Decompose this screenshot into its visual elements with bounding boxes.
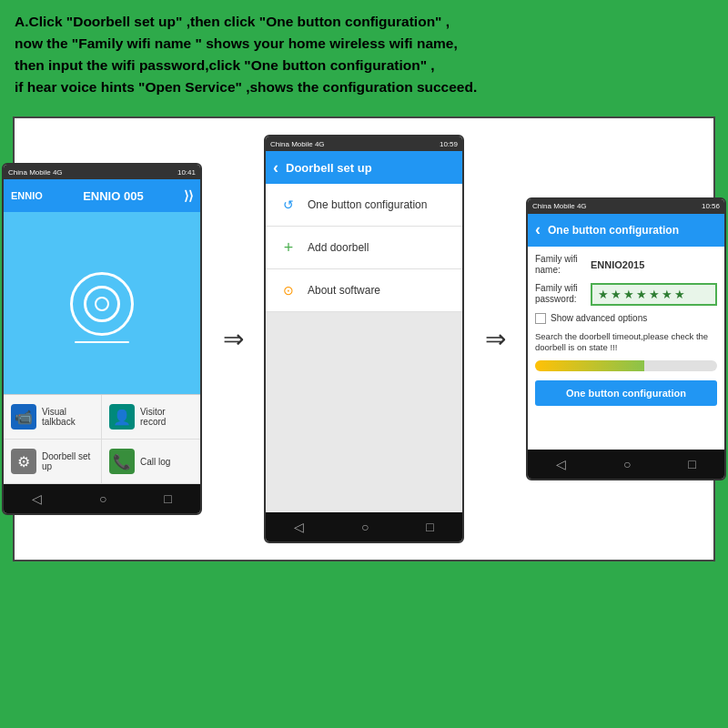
- menu-icon-visual: 📹: [11, 404, 36, 430]
- phone3-status-left: China Mobile 4G: [532, 202, 587, 210]
- menu-label-visitor: Visitor record: [140, 407, 193, 427]
- phone2-add-label: Add doorbell: [308, 241, 369, 254]
- warning-text: Search the doorbell timeout,please check…: [535, 331, 717, 354]
- phone1-status-right: 10:41: [177, 168, 196, 177]
- phone3-title: One button configuration: [548, 224, 679, 237]
- phone2-nav-bar: ◁ ○ □: [266, 512, 462, 541]
- phone2-menu-item-about[interactable]: ⊙ About software: [266, 269, 462, 312]
- phone2-about-icon: ⊙: [278, 280, 298, 300]
- phone2-about-label: About software: [308, 284, 380, 297]
- phone2-menu-item-config[interactable]: ↺ One button configuration: [266, 184, 462, 227]
- config-button-label: One button configuration: [566, 388, 686, 399]
- nav2-back-icon[interactable]: ◁: [294, 520, 304, 534]
- wifi-password-label: Family wifi password:: [535, 283, 585, 305]
- instructions-block: A.Click "Doorbell set up" ,then click "O…: [0, 0, 728, 107]
- show-advanced-label: Show advanced options: [551, 313, 647, 323]
- phone1-header: ENNIO ENNIO 005 ⟩⟩: [4, 179, 200, 212]
- menu-label-doorbell: Doorbell setup: [42, 451, 90, 471]
- menu-icon-call: 📞: [109, 449, 135, 474]
- phone1-status-bar: China Mobile 4G 10:41: [4, 165, 200, 179]
- nav-recent-icon[interactable]: □: [164, 491, 171, 506]
- nav-back-icon[interactable]: ◁: [32, 491, 42, 506]
- wifi-password-input[interactable]: ★★★★★★★: [591, 283, 717, 306]
- show-advanced-checkbox[interactable]: [535, 313, 546, 324]
- phones-container: China Mobile 4G 10:41 ENNIO ENNIO 005 ⟩⟩: [13, 116, 715, 561]
- phone1-nav-bar: ◁ ○ □: [4, 484, 200, 513]
- menu-icon-doorbell: ⚙: [11, 449, 36, 474]
- phone2-menu-item-add[interactable]: + Add doorbell: [266, 227, 462, 269]
- nav2-recent-icon[interactable]: □: [426, 520, 433, 534]
- nav2-home-icon[interactable]: ○: [361, 520, 369, 534]
- phone2-back-arrow[interactable]: ‹: [273, 158, 278, 177]
- phone2-status-left: China Mobile 4G: [270, 140, 325, 148]
- wifi-name-row: Family wifi name: ENNIO2015: [535, 254, 717, 276]
- wifi-password-row: Family wifi password: ★★★★★★★: [535, 283, 717, 306]
- camera-icon: [70, 272, 134, 336]
- nav3-recent-icon[interactable]: □: [688, 457, 695, 471]
- phone3: China Mobile 4G 10:56 ‹ One button confi…: [526, 197, 726, 481]
- phone3-nav-bar: ◁ ○ □: [528, 450, 724, 479]
- phone2-body-empty: [266, 312, 462, 512]
- nav3-back-icon[interactable]: ◁: [556, 457, 566, 471]
- phone3-back-arrow[interactable]: ‹: [535, 220, 541, 239]
- phone2-status-bar: China Mobile 4G 10:59: [266, 136, 462, 151]
- nav-home-icon[interactable]: ○: [99, 491, 106, 506]
- wifi-name-label: Family wifi name:: [535, 254, 585, 276]
- phone3-body: Family wifi name: ENNIO2015 Family wifi …: [528, 247, 724, 414]
- menu-item-visitor-record[interactable]: 👤 Visitor record: [102, 395, 200, 440]
- phone3-header: ‹ One button configuration: [528, 214, 724, 247]
- wifi-name-value: ENNIO2015: [591, 259, 644, 270]
- progress-bar-fill: [535, 360, 644, 371]
- phone2-config-icon: ↺: [278, 195, 298, 215]
- phone1-header-icon: ⟩⟩: [184, 188, 193, 203]
- config-button[interactable]: One button configuration: [535, 380, 717, 406]
- phone1-status-left: China Mobile 4G: [8, 168, 63, 177]
- phone2-config-label: One button configuration: [308, 198, 427, 211]
- camera-dot: [95, 297, 109, 311]
- nav3-home-icon[interactable]: ○: [623, 457, 631, 471]
- menu-icon-visitor: 👤: [109, 404, 135, 430]
- instruction-line2: now the "Family wifi name " shows your h…: [15, 33, 713, 55]
- phone2-header: ‹ Doorbell set up: [266, 151, 462, 184]
- arrow1-symbol: ⇒: [223, 324, 244, 354]
- arrow2-symbol: ⇒: [485, 324, 506, 354]
- phone1-camera-area: [4, 212, 200, 394]
- camera-inner: [84, 286, 120, 322]
- phone3-status-bar: China Mobile 4G 10:56: [528, 199, 724, 214]
- phone3-status-right: 10:56: [702, 202, 720, 210]
- wifi-password-stars: ★★★★★★★: [598, 288, 687, 301]
- instruction-line3: then input the wifi password,click "One …: [15, 55, 713, 76]
- progress-bar-container: [535, 360, 717, 371]
- phone2-title: Doorbell set up: [286, 161, 372, 175]
- phone2-menu-area: ↺ One button configuration + Add doorbel…: [266, 184, 462, 312]
- phone1-header-left: ENNIO: [11, 190, 43, 201]
- phone2-status-right: 10:59: [440, 140, 458, 148]
- phones-wrapper: China Mobile 4G 10:41 ENNIO ENNIO 005 ⟩⟩: [2, 135, 726, 543]
- menu-item-visual-talkback[interactable]: 📹 Visualtalkback: [4, 395, 102, 440]
- phone1-header-center: ENNIO 005: [83, 189, 143, 203]
- arrow2: ⇒: [468, 324, 522, 354]
- phone2: China Mobile 4G 10:59 ‹ Doorbell set up …: [264, 135, 464, 543]
- page-wrapper: A.Click "Doorbell set up" ,then click "O…: [0, 0, 728, 561]
- phone2-add-icon: +: [278, 238, 298, 258]
- menu-item-call-log[interactable]: 📞 Call log: [102, 440, 200, 484]
- menu-label-visual: Visualtalkback: [42, 407, 76, 427]
- menu-item-doorbell-setup[interactable]: ⚙ Doorbell setup: [4, 440, 102, 484]
- instruction-line4: if hear voice hints "Open Service" ,show…: [15, 76, 713, 98]
- instruction-line1: A.Click "Doorbell set up" ,then click "O…: [15, 11, 713, 33]
- show-advanced-row: Show advanced options: [535, 313, 717, 324]
- phone1-menu: 📹 Visualtalkback 👤 Visitor record ⚙ Door…: [4, 394, 200, 484]
- arrow1: ⇒: [206, 324, 260, 354]
- phone1: China Mobile 4G 10:41 ENNIO ENNIO 005 ⟩⟩: [2, 163, 202, 515]
- menu-label-call: Call log: [140, 457, 170, 467]
